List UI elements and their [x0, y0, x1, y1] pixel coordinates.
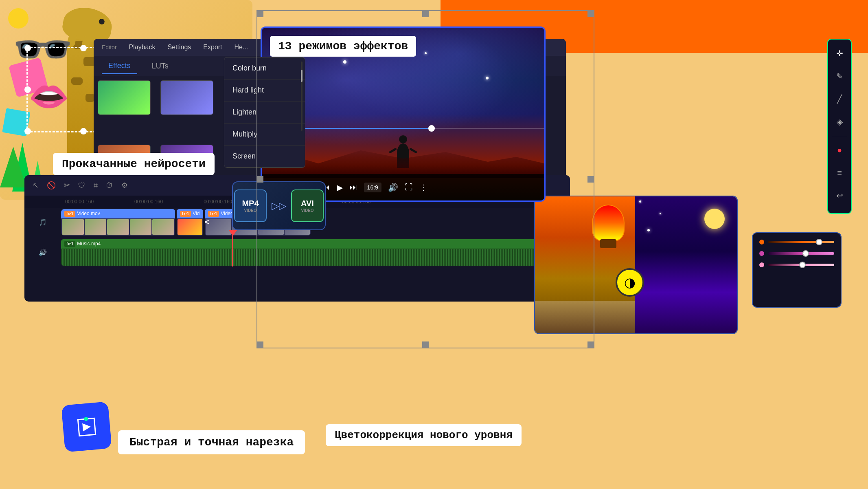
avi-badge: AVI VIDEO [291, 189, 324, 222]
toolbar-pen[interactable]: ✎ [831, 67, 848, 85]
thumb-pink[interactable] [799, 262, 806, 268]
clip-2-header: fx·1 Vid [177, 209, 203, 218]
blend-multiply[interactable]: Multiply [224, 123, 305, 145]
star-3 [425, 52, 427, 54]
fullscreen-button[interactable]: ⛶ [405, 183, 413, 192]
thumb-1c [107, 219, 129, 235]
menu-help[interactable]: He... [235, 44, 248, 51]
editor-title: Editor [102, 44, 117, 51]
tl-icon-adjust[interactable]: ⚙ [121, 181, 128, 190]
handle-ml [24, 86, 31, 93]
thumb-1a [62, 219, 84, 235]
clip-2-thumbs [177, 218, 203, 236]
slider-pink [759, 262, 834, 267]
video-clip-2[interactable]: fx·1 Vid [177, 209, 203, 236]
corner-tm [422, 11, 429, 17]
scrollbar[interactable] [301, 62, 302, 131]
blend-lighten[interactable]: Lighten [224, 101, 305, 123]
menu-settings[interactable]: Settings [168, 44, 191, 51]
toolbar-record[interactable]: ● [831, 141, 848, 159]
neural-networks-text: Прокачанные нейросети [53, 153, 215, 175]
thumb-2a [178, 219, 202, 235]
star-4 [486, 77, 489, 79]
toolbar-line[interactable]: ╱ [831, 90, 848, 108]
effect-thumb-1[interactable] [98, 80, 151, 115]
track-controls-video: 🎵 [24, 218, 61, 226]
time-marker-3: 00:00:00.160 [204, 199, 232, 205]
video-clip-1[interactable]: fx·1 Video.mov [61, 209, 175, 236]
time-marker-2: 00:00:00.160 [134, 199, 163, 205]
photo-night-sky [635, 196, 737, 333]
converter-box: MP4 VIDEO ▷▷ AVI VIDEO [232, 181, 326, 230]
scrollbar-thumb [301, 70, 302, 82]
audio-name: Music.mp4 [77, 241, 101, 247]
play-button[interactable]: ▶ [337, 183, 343, 192]
thumb-1b [85, 219, 107, 235]
photo-desert [535, 196, 637, 333]
moon [704, 209, 725, 229]
tl-icon-clock[interactable]: ⏱ [106, 181, 113, 190]
corner-mr [587, 176, 594, 183]
more-options-button[interactable]: ⋮ [419, 183, 427, 192]
fast-forward-button[interactable]: ⏭ [349, 183, 357, 192]
toolbar-divider [832, 136, 847, 136]
corner-bm [422, 341, 429, 348]
clip-1-thumbs [61, 218, 175, 236]
audio-waveform [61, 249, 570, 266]
effect-thumb-2[interactable] [160, 80, 213, 115]
slider-orange [759, 240, 834, 244]
clip-1-fx: fx·1 [64, 211, 75, 217]
dot-orange [759, 240, 764, 244]
balloon-basket [600, 239, 616, 248]
playhead-top [229, 230, 237, 236]
track-icon-video: 🎵 [39, 218, 47, 226]
clip-1-name: Video.mov [77, 211, 100, 216]
track-orange [768, 241, 834, 243]
tl-icon-select[interactable]: ↖ [33, 181, 39, 190]
photo-panel: ◑ [534, 196, 738, 334]
tab-luts[interactable]: LUTs [145, 59, 175, 74]
track-controls-audio: 🔊 [24, 249, 61, 256]
video-title-overlay: 13 режимов эффектов [270, 36, 416, 57]
toolbar-undo[interactable]: ↩ [831, 187, 848, 205]
menu-export[interactable]: Export [203, 44, 222, 51]
clip-1-header: fx·1 Video.mov [61, 209, 175, 218]
dot-pink [759, 262, 764, 267]
toolbar-move[interactable]: ✛ [831, 44, 848, 62]
cut-icon-overlay: ✂ [205, 216, 210, 229]
mp4-label: MP4 [242, 199, 259, 208]
menu-playback[interactable]: Playback [129, 44, 156, 51]
clip-3-fx: fx·1 [208, 211, 219, 217]
toolbar-menu[interactable]: ≡ [831, 164, 848, 182]
audio-track-content: fx·1 Music.mp4 [61, 239, 570, 266]
handle-tl [24, 45, 31, 51]
thumb-purple[interactable] [802, 250, 809, 257]
color-correction-text: Цветокоррекция нового уровня [326, 424, 522, 446]
desert-ground [535, 301, 637, 333]
handle-bl [24, 128, 31, 134]
tl-icon-disable[interactable]: 🚫 [47, 181, 56, 190]
blend-mode-dropdown[interactable]: Color burn Hard light Lighten Multiply S… [224, 57, 305, 168]
volume-button[interactable]: 🔊 [388, 183, 398, 192]
thumb-1d [130, 219, 152, 235]
track-icon-audio: 🔊 [39, 249, 47, 256]
brightness-icon: ◑ [616, 268, 644, 297]
audio-clip[interactable]: fx·1 Music.mp4 [61, 239, 570, 266]
tl-icon-cut[interactable]: ✂ [64, 181, 70, 190]
sky-star-3 [647, 229, 650, 231]
thumb-orange[interactable] [816, 239, 822, 245]
tl-icon-crop[interactable]: ⌗ [94, 181, 98, 190]
avi-label: AVI [301, 199, 314, 208]
color-correction-panel [752, 232, 842, 308]
avi-sub: VIDEO [301, 208, 313, 213]
tab-effects[interactable]: Effects [102, 58, 137, 74]
sky-star-2 [660, 213, 661, 214]
audio-fx: fx·1 [64, 241, 75, 247]
blend-screen[interactable]: Screen [224, 145, 305, 167]
tl-icon-shield[interactable]: 🛡 [78, 181, 85, 190]
toolbar-stamp[interactable]: ◈ [831, 113, 848, 131]
ratio-badge[interactable]: 16:9 [364, 183, 381, 192]
playhead-line [232, 230, 233, 267]
blend-hard-light[interactable]: Hard light [224, 79, 305, 101]
blend-color-burn[interactable]: Color burn [224, 57, 305, 79]
